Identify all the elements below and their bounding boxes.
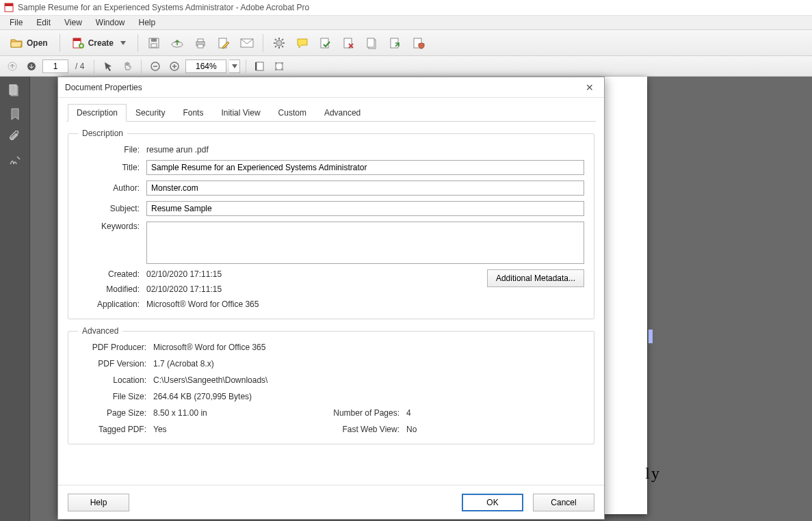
hand-tool-button[interactable] bbox=[119, 59, 135, 74]
folder-open-icon bbox=[10, 38, 23, 49]
settings-button[interactable] bbox=[269, 34, 289, 53]
caret-down-icon bbox=[120, 41, 126, 45]
fast-web-view-value: No bbox=[406, 425, 461, 434]
keywords-input[interactable] bbox=[146, 222, 584, 264]
zoom-out-button[interactable] bbox=[147, 59, 163, 74]
app-titlebar: Sample Resume for an Experienced Systems… bbox=[0, 0, 812, 15]
svg-rect-11 bbox=[198, 44, 203, 48]
file-label: File: bbox=[78, 145, 140, 155]
page-size-label: Page Size: bbox=[78, 408, 153, 418]
menu-edit[interactable]: Edit bbox=[29, 16, 57, 29]
envelope-icon bbox=[240, 38, 254, 48]
created-label: Created: bbox=[78, 269, 140, 279]
close-icon: ✕ bbox=[586, 82, 594, 93]
application-label: Application: bbox=[78, 299, 140, 309]
dialog-titlebar: Document Properties ✕ bbox=[58, 77, 604, 98]
page-copy-icon bbox=[366, 37, 378, 49]
page-down-button[interactable] bbox=[23, 59, 40, 74]
print-button[interactable] bbox=[190, 34, 211, 53]
navigation-pane bbox=[0, 77, 30, 521]
page-up-button[interactable] bbox=[4, 59, 21, 74]
num-pages-value: 4 bbox=[406, 408, 461, 418]
fit-page-button[interactable] bbox=[271, 59, 287, 74]
export-page-button[interactable] bbox=[385, 34, 406, 53]
save-icon bbox=[148, 37, 160, 49]
pages-icon bbox=[8, 84, 22, 98]
zoom-in-button[interactable] bbox=[166, 59, 183, 74]
subject-input[interactable] bbox=[146, 201, 584, 216]
tagged-pdf-label: Tagged PDF: bbox=[78, 425, 153, 434]
menu-window[interactable]: Window bbox=[89, 16, 132, 29]
tab-security[interactable]: Security bbox=[127, 104, 174, 122]
menu-file[interactable]: File bbox=[3, 16, 29, 29]
thumbnails-panel-button[interactable] bbox=[4, 81, 26, 101]
location-value: C:\Users\Sangeeth\Downloads\ bbox=[153, 375, 461, 385]
delete-page-button[interactable] bbox=[339, 34, 359, 53]
zoom-dropdown-button[interactable] bbox=[229, 59, 240, 73]
keywords-label: Keywords: bbox=[78, 222, 140, 231]
tab-advanced[interactable]: Advanced bbox=[315, 104, 369, 122]
paperclip-icon bbox=[8, 131, 22, 144]
title-input[interactable] bbox=[146, 160, 584, 175]
dialog-title-text: Document Properties bbox=[65, 83, 142, 92]
bookmark-icon bbox=[8, 107, 22, 121]
pdf-version-value: 1.7 (Acrobat 8.x) bbox=[153, 359, 461, 369]
stamp-approve-button[interactable] bbox=[315, 34, 336, 53]
svg-line-19 bbox=[275, 39, 276, 40]
nav-toolbar: / 4 bbox=[0, 56, 812, 77]
select-tool-button[interactable] bbox=[100, 59, 116, 74]
advanced-group-label: Advanced bbox=[78, 326, 122, 336]
edit-button[interactable] bbox=[213, 34, 234, 53]
svg-rect-36 bbox=[257, 62, 263, 70]
page-number-input[interactable] bbox=[42, 59, 68, 73]
menu-view[interactable]: View bbox=[57, 16, 89, 29]
author-label: Author: bbox=[78, 183, 140, 193]
num-pages-label: Number of Pages: bbox=[317, 408, 406, 418]
print-icon bbox=[194, 38, 207, 49]
svg-rect-37 bbox=[255, 62, 257, 70]
zoom-input[interactable] bbox=[185, 59, 226, 73]
fit-page-icon bbox=[274, 61, 285, 72]
open-button-label: Open bbox=[27, 38, 48, 48]
file-value: resume arun .pdf bbox=[146, 145, 209, 155]
comment-button[interactable] bbox=[292, 34, 313, 53]
dialog-tabs: Description Security Fonts Initial View … bbox=[66, 103, 596, 122]
dialog-close-button[interactable]: ✕ bbox=[582, 80, 597, 95]
arrow-up-icon bbox=[8, 62, 17, 71]
author-input[interactable] bbox=[146, 181, 584, 196]
copy-page-button[interactable] bbox=[362, 34, 382, 53]
created-value: 02/10/2020 17:11:15 bbox=[146, 269, 222, 279]
tab-custom[interactable]: Custom bbox=[270, 104, 315, 122]
create-pdf-icon bbox=[72, 38, 84, 49]
page-shield-icon bbox=[412, 37, 425, 49]
page-x-icon bbox=[343, 37, 355, 49]
svg-line-21 bbox=[275, 46, 276, 47]
fit-width-button[interactable] bbox=[252, 59, 268, 74]
file-size-label: File Size: bbox=[78, 392, 153, 401]
create-button[interactable]: Create bbox=[66, 34, 132, 53]
caret-down-icon bbox=[232, 64, 237, 68]
tab-initial-view[interactable]: Initial View bbox=[212, 104, 269, 122]
secure-page-button[interactable] bbox=[408, 34, 429, 53]
svg-rect-6 bbox=[151, 38, 157, 42]
open-button[interactable]: Open bbox=[4, 34, 54, 53]
application-value: Microsoft® Word for Office 365 bbox=[146, 299, 259, 309]
attachments-panel-button[interactable] bbox=[4, 127, 26, 148]
upload-cloud-button[interactable] bbox=[167, 34, 187, 53]
help-button[interactable]: Help bbox=[68, 494, 129, 511]
signatures-panel-button[interactable] bbox=[4, 150, 26, 171]
create-button-label: Create bbox=[88, 38, 114, 48]
cursor-icon bbox=[103, 61, 114, 72]
menu-help[interactable]: Help bbox=[132, 16, 163, 29]
email-button[interactable] bbox=[237, 34, 257, 53]
tab-fonts[interactable]: Fonts bbox=[174, 104, 212, 122]
bookmarks-panel-button[interactable] bbox=[4, 104, 26, 124]
tab-description[interactable]: Description bbox=[68, 104, 127, 122]
page-size-value: 8.50 x 11.00 in bbox=[153, 408, 317, 418]
svg-rect-40 bbox=[10, 85, 16, 94]
svg-rect-7 bbox=[151, 44, 157, 47]
save-button[interactable] bbox=[144, 34, 164, 53]
ok-button[interactable]: OK bbox=[462, 494, 523, 511]
minus-circle-icon bbox=[150, 61, 161, 72]
cancel-button[interactable]: Cancel bbox=[533, 494, 594, 511]
